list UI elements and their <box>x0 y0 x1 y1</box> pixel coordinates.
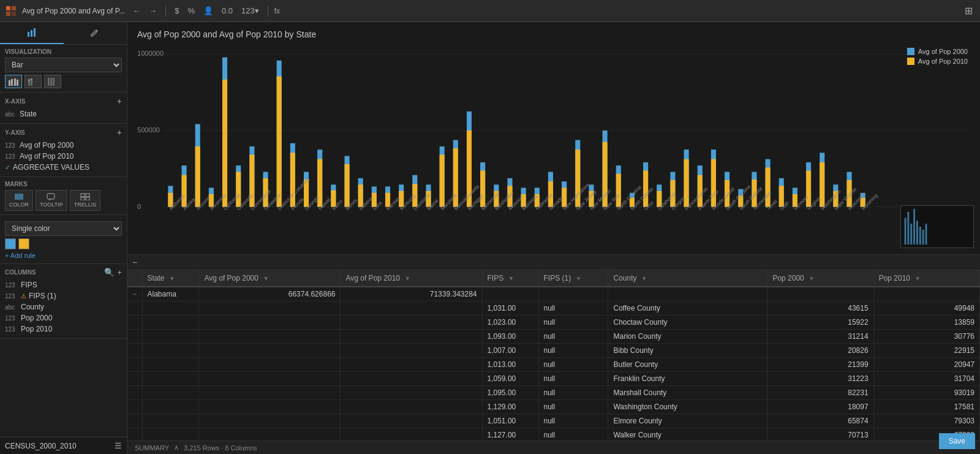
yaxis-add-button[interactable]: + <box>117 127 122 137</box>
legend-yellow-label: Avg of Pop 2010 <box>918 58 968 65</box>
aggregate-check: ✓ <box>5 164 10 172</box>
people-button[interactable]: 👤 <box>201 5 216 17</box>
svg-rect-125 <box>806 170 811 206</box>
fips-cell: 1,095.00 <box>482 386 538 400</box>
table-row: 1,051.00 null Elmore County 65874 79303 <box>127 414 980 428</box>
pop2000-cell: 31223 <box>767 372 873 386</box>
fips-cell: 1,127.00 <box>482 428 538 441</box>
th-fips1[interactable]: FIPS (1) ▼ <box>538 270 608 287</box>
decimal-button[interactable]: 0.0 <box>219 5 235 17</box>
xaxis-label: X-AXIS <box>5 98 25 105</box>
svg-rect-12 <box>28 79 30 81</box>
col-name-pop2010: Pop 2010 <box>21 325 52 333</box>
columns-add-button[interactable]: + <box>117 268 122 277</box>
yaxis-prefix-0: 123 <box>5 142 17 149</box>
add-rule-button[interactable]: + Add rule <box>5 252 36 259</box>
main-layout: VISUALIZATION Bar X <box>0 22 980 454</box>
th-fips[interactable]: FIPS ▼ <box>482 270 538 287</box>
pop2000-cell: 20826 <box>767 344 873 358</box>
legend-blue: Avg of Pop 2000 <box>907 48 968 55</box>
pop2000-cell: 21399 <box>767 358 873 372</box>
dollar-button[interactable]: $ <box>172 5 181 17</box>
sidebar: VISUALIZATION Bar X <box>0 22 127 454</box>
yaxis-prefix-1: 123 <box>5 153 17 160</box>
county-cell: Coffee County <box>608 301 767 316</box>
legend-blue-label: Avg of Pop 2000 <box>918 48 968 55</box>
fips1-cell: null <box>538 344 608 358</box>
table-row: 1,129.00 null Washington County 18097 17… <box>127 400 980 414</box>
sidebar-tab-edit[interactable] <box>64 22 127 44</box>
state-cell: Alabama <box>142 287 199 301</box>
table-collapse-button[interactable]: − <box>132 257 137 267</box>
xaxis-add-button[interactable]: + <box>117 96 122 106</box>
svg-rect-39 <box>222 80 227 207</box>
county-cell: Choctaw County <box>608 316 767 330</box>
th-pop2000[interactable]: Pop 2000 ▼ <box>767 270 873 287</box>
undo-button[interactable]: ← <box>130 5 143 17</box>
color-section: Single color + Add rule <box>0 215 127 264</box>
dataset-menu-button[interactable]: ☰ <box>115 441 122 450</box>
dataset-name: CENSUS_2000_2010 <box>5 442 77 450</box>
mini-chart-preview[interactable] <box>900 205 974 248</box>
table-row: 1,093.00 null Marion County 31214 30776 <box>127 330 980 344</box>
svg-rect-4 <box>28 32 29 37</box>
swatch-blue[interactable] <box>5 238 16 249</box>
save-button[interactable]: Save <box>939 433 975 449</box>
th-avg-pop2000[interactable]: Avg of Pop 2000 ▼ <box>199 270 341 287</box>
svg-rect-41 <box>236 172 241 207</box>
percent-button[interactable]: % <box>185 5 197 17</box>
columns-search-button[interactable]: 🔍 <box>104 268 115 277</box>
pop2000-cell: 31214 <box>767 330 873 344</box>
mark-trellis-button[interactable]: TRELLIS <box>70 190 101 211</box>
redo-button[interactable]: → <box>146 5 159 17</box>
fips1-cell: null <box>538 358 608 372</box>
fips1-cell: null <box>538 428 608 441</box>
fips1-cell: null <box>538 372 608 386</box>
th-state[interactable]: State ▼ <box>142 270 199 287</box>
viz-type-select[interactable]: Bar <box>5 58 122 72</box>
data-table: State ▼ Avg of Pop 2000 ▼ Avg of Pop 201… <box>127 270 980 441</box>
th-county[interactable]: County ▼ <box>608 270 767 287</box>
sidebar-tab-visualize[interactable] <box>0 22 64 44</box>
dataset-row: CENSUS_2000_2010 ☰ <box>0 437 127 454</box>
summary-bar: SUMMARY ∧ 3,215 Rows · 8 Columns <box>127 441 980 454</box>
th-avg-pop2010[interactable]: Avg of Pop 2010 ▼ <box>341 270 482 287</box>
table-row: 1,023.00 null Choctaw County 15922 13859 <box>127 316 980 330</box>
pop2010-cell: 17581 <box>873 400 979 414</box>
svg-rect-7 <box>9 80 10 86</box>
svg-rect-119 <box>766 167 771 206</box>
pop2000-cell: 18097 <box>767 400 873 414</box>
fips-cell: 1,007.00 <box>482 344 538 358</box>
svg-text:1000000: 1000000 <box>137 50 164 57</box>
yaxis-label: Y-AXIS <box>5 129 25 136</box>
table-body: − Alabama 66374.626866 71339.343284 1,03… <box>127 287 980 441</box>
th-pop2010[interactable]: Pop 2010 ▼ <box>873 270 979 287</box>
legend-yellow: Avg of Pop 2010 <box>907 58 968 65</box>
svg-rect-19 <box>47 194 55 199</box>
mark-tooltip-button[interactable]: TOOLTIP <box>36 190 67 211</box>
grid-view-button[interactable]: ⊞ <box>962 4 975 18</box>
pop2000-cell: 65874 <box>767 414 873 428</box>
chart-type-100pct[interactable] <box>44 75 61 88</box>
pop2010-cell: 49948 <box>873 301 979 316</box>
pop2000-cell: 70713 <box>767 428 873 441</box>
chart-type-grouped[interactable] <box>5 75 22 88</box>
pop2000-cell: 15922 <box>767 316 873 330</box>
fips-cell: 1,023.00 <box>482 316 538 330</box>
mark-color-button[interactable]: COLOR <box>5 190 33 211</box>
swatch-yellow[interactable] <box>18 238 29 249</box>
columns-section: COLUMNS 🔍 + 123 FIPS 123 ⚠ FIPS (1) abc … <box>0 264 127 339</box>
trellis-label: TRELLIS <box>74 202 97 208</box>
svg-rect-189 <box>910 224 912 244</box>
svg-rect-97 <box>616 174 621 207</box>
table-toolbar: − <box>127 255 980 270</box>
col-warn-fips1: ⚠ <box>21 293 26 300</box>
color-type-select[interactable]: Single color <box>5 221 122 236</box>
aggregate-label: AGGREGATE VALUES <box>13 163 89 172</box>
yaxis-section: Y-AXIS + 123 Avg of Pop 2000 123 Avg of … <box>0 124 127 177</box>
fips-cell: 1,031.00 <box>482 301 538 316</box>
pop2010-cell: 79303 <box>873 414 979 428</box>
svg-rect-35 <box>195 146 200 207</box>
num-format-button[interactable]: 123▾ <box>239 5 262 17</box>
chart-type-stacked[interactable] <box>24 75 42 88</box>
